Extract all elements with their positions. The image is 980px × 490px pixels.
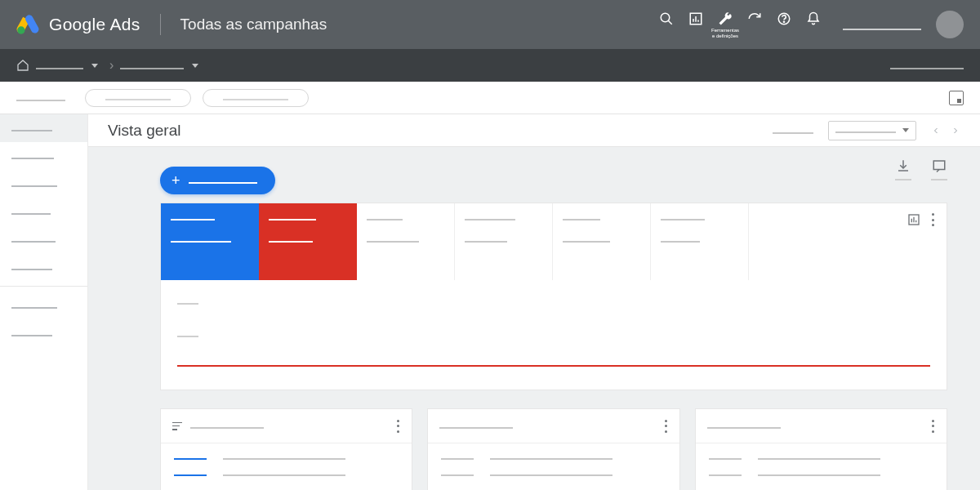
content-header: Vista geral xyxy=(88,114,980,147)
top-header: Google Ads Todas as campanhas Ferramenta… xyxy=(0,0,980,49)
table-row[interactable] xyxy=(174,455,399,460)
reports-button[interactable] xyxy=(683,10,709,38)
chevron-left-icon[interactable] xyxy=(931,126,941,136)
more-menu-icon[interactable] xyxy=(397,420,400,433)
summary-card-1 xyxy=(427,408,679,490)
refresh-icon xyxy=(747,11,762,26)
date-range-label xyxy=(773,127,813,134)
sidebar-item-7[interactable] xyxy=(0,292,87,319)
header-scope-title[interactable]: Todas as campanhas xyxy=(180,16,327,33)
sidebar-item-2[interactable] xyxy=(0,170,87,198)
svg-point-8 xyxy=(783,22,784,23)
filter-chip-1[interactable] xyxy=(85,89,191,107)
filter-chip-2[interactable] xyxy=(203,89,309,107)
date-range-select[interactable] xyxy=(828,121,916,140)
overview-chart xyxy=(161,280,947,390)
help-button[interactable] xyxy=(771,10,797,38)
metric-tile-5[interactable] xyxy=(651,203,749,280)
workspace-icon[interactable] xyxy=(949,91,964,105)
sidebar-item-1[interactable] xyxy=(0,142,87,170)
summary-card-0 xyxy=(160,408,412,490)
content: Vista geral xyxy=(88,114,980,490)
metric-tile-1[interactable] xyxy=(259,203,357,280)
chevron-down-icon xyxy=(192,64,198,68)
date-nav xyxy=(931,126,960,136)
sidebar-item-4[interactable] xyxy=(0,225,87,253)
svg-point-0 xyxy=(17,26,24,33)
left-nav xyxy=(0,114,88,490)
metric-tile-2[interactable] xyxy=(357,203,455,280)
table-row[interactable] xyxy=(174,471,399,476)
content-body: + xyxy=(88,147,980,490)
more-menu-icon[interactable] xyxy=(932,420,935,433)
refresh-button[interactable] xyxy=(742,10,768,38)
sort-icon[interactable] xyxy=(172,422,182,430)
chart-series-red xyxy=(177,365,930,367)
metric-tile-3[interactable] xyxy=(455,203,553,280)
table-row[interactable] xyxy=(709,471,933,476)
product-name: Google Ads xyxy=(49,15,140,34)
google-ads-logo-icon xyxy=(16,13,39,36)
filter-label xyxy=(16,95,65,101)
svg-line-2 xyxy=(668,21,672,25)
page-title: Vista geral xyxy=(108,122,180,140)
chevron-down-icon xyxy=(91,64,98,68)
search-button[interactable] xyxy=(653,10,679,38)
bar-chart-icon xyxy=(688,11,703,26)
breadcrumb-level-2[interactable] xyxy=(120,61,198,69)
chart-settings-icon[interactable] xyxy=(907,213,920,226)
bell-icon xyxy=(806,11,821,26)
tools-label: Ferramentas e definições xyxy=(711,28,739,38)
metric-tile-4[interactable] xyxy=(553,203,651,280)
download-icon xyxy=(896,158,911,173)
chevron-right-icon: › xyxy=(109,58,114,73)
tools-button[interactable]: Ferramentas e definições xyxy=(712,10,738,38)
notifications-button[interactable] xyxy=(800,10,826,38)
table-row[interactable] xyxy=(441,471,666,476)
sidebar-item-5[interactable] xyxy=(0,253,87,281)
overview-metrics-card xyxy=(160,203,947,390)
home-icon[interactable] xyxy=(16,59,29,72)
feedback-button[interactable] xyxy=(931,158,947,180)
chevron-right-icon[interactable] xyxy=(951,126,960,136)
svg-rect-9 xyxy=(933,161,945,170)
new-campaign-button[interactable]: + xyxy=(160,167,275,194)
metric-tile-0[interactable] xyxy=(161,203,259,280)
plus-icon: + xyxy=(172,173,180,188)
main: Vista geral xyxy=(0,114,980,490)
sidebar-item-8[interactable] xyxy=(0,319,87,347)
feedback-icon xyxy=(932,158,947,173)
sidebar-item-0[interactable] xyxy=(0,114,87,142)
divider xyxy=(160,14,161,35)
table-row[interactable] xyxy=(441,455,666,460)
sidebar-item-3[interactable] xyxy=(0,198,87,225)
breadcrumb-aux[interactable] xyxy=(890,61,964,69)
breadcrumb-bar: › xyxy=(0,49,980,82)
account-switcher[interactable] xyxy=(843,19,921,30)
table-row[interactable] xyxy=(709,455,933,460)
chevron-down-icon xyxy=(902,128,909,132)
more-menu-icon[interactable] xyxy=(665,420,668,433)
download-button[interactable] xyxy=(895,158,911,180)
filter-bar xyxy=(0,82,980,114)
help-icon xyxy=(777,11,791,26)
svg-point-1 xyxy=(661,14,670,23)
avatar[interactable] xyxy=(936,11,964,38)
search-icon xyxy=(659,11,674,26)
summary-card-2 xyxy=(695,408,947,490)
header-utilities: Ferramentas e definições xyxy=(653,10,826,38)
more-menu-icon[interactable] xyxy=(932,213,935,226)
wrench-icon xyxy=(718,11,733,26)
logo[interactable]: Google Ads xyxy=(16,13,140,36)
breadcrumb-level-1[interactable] xyxy=(36,61,98,69)
